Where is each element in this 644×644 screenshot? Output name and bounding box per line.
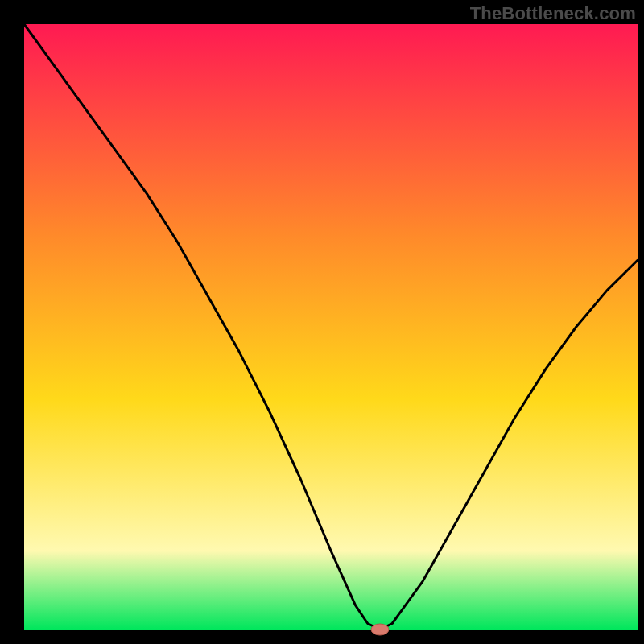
attribution-text: TheBottleneck.com — [470, 3, 636, 24]
chart-container: { "attribution": "TheBottleneck.com", "c… — [0, 0, 644, 644]
bottleneck-chart — [0, 0, 644, 644]
gradient-background — [24, 24, 638, 630]
optimum-marker — [371, 624, 389, 635]
